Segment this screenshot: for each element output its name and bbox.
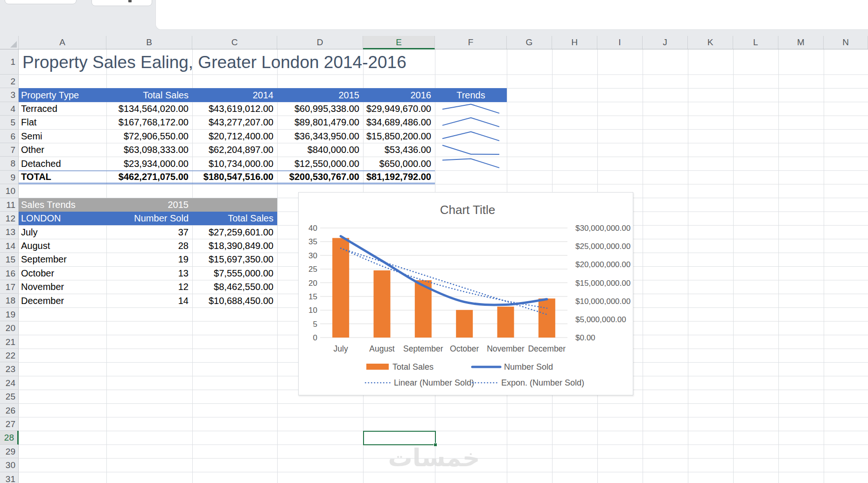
row-header-16[interactable]: 16 — [0, 267, 19, 280]
cell-2016[interactable]: $29,949,670.00 — [363, 102, 435, 116]
row-header-6[interactable]: 6 — [0, 130, 19, 143]
cell-month[interactable]: July — [19, 225, 106, 239]
cell-total-2015[interactable]: $200,530,767.00 — [277, 171, 363, 183]
column-header-N[interactable]: N — [824, 36, 868, 49]
property-header-1[interactable]: Total Sales — [106, 88, 192, 102]
column-header-A[interactable]: A — [19, 36, 106, 49]
cell-2015[interactable]: $12,550,000.00 — [277, 157, 363, 170]
row-header-29[interactable]: 29 — [0, 445, 19, 458]
floating-tab-right[interactable] — [91, 0, 152, 6]
cell-total-total[interactable]: $462,271,075.00 — [106, 171, 192, 183]
cell-number-sold[interactable]: 19 — [106, 253, 192, 266]
sales-header-0[interactable]: LONDON — [19, 212, 106, 225]
row-header-3[interactable]: 3 — [0, 88, 19, 102]
row-header-5[interactable]: 5 — [0, 116, 19, 129]
cell-month[interactable]: November — [19, 280, 106, 294]
cell-2015[interactable]: $840,000.00 — [277, 143, 363, 157]
cell-2014[interactable]: $62,204,897.00 — [192, 143, 277, 157]
row-header-17[interactable]: 17 — [0, 280, 19, 294]
row-header-22[interactable]: 22 — [0, 349, 19, 362]
row-header-25[interactable]: 25 — [0, 390, 19, 403]
cell-2014[interactable]: $43,277,207.00 — [192, 116, 277, 129]
cell-2016[interactable]: $15,850,200.00 — [363, 130, 435, 143]
row-header-14[interactable]: 14 — [0, 239, 19, 253]
trend-sparkline-flat[interactable] — [435, 116, 507, 129]
sales-header-1[interactable]: Number Sold — [106, 212, 192, 225]
trend-sparkline-terraced[interactable] — [435, 102, 507, 116]
row-header-15[interactable]: 15 — [0, 253, 19, 266]
column-header-J[interactable]: J — [643, 36, 688, 49]
column-header-C[interactable]: C — [192, 36, 277, 49]
cell-total-sales[interactable]: $23,934,000.00 — [106, 157, 192, 170]
column-header-I[interactable]: I — [597, 36, 643, 49]
column-header-M[interactable]: M — [778, 36, 824, 49]
row-header-24[interactable]: 24 — [0, 376, 19, 390]
row-header-28[interactable]: 28 — [0, 431, 19, 444]
cell-number-sold[interactable]: 12 — [106, 280, 192, 294]
select-all-corner[interactable] — [0, 36, 19, 49]
cell-month-sales[interactable]: $7,555,000.00 — [192, 267, 277, 280]
row-header-26[interactable]: 26 — [0, 404, 19, 417]
trend-sparkline-detached[interactable] — [435, 157, 507, 170]
column-header-F[interactable]: F — [435, 36, 507, 49]
row-header-18[interactable]: 18 — [0, 294, 19, 307]
row-header-9[interactable]: 9 — [0, 171, 19, 184]
cell-month-sales[interactable]: $15,697,350.00 — [192, 253, 277, 266]
cell-2015[interactable]: $89,801,479.00 — [277, 116, 363, 129]
cell-total-2016[interactable]: $81,192,792.00 — [363, 171, 435, 183]
column-header-D[interactable]: D — [277, 36, 363, 49]
cell-property-type[interactable]: Semi — [19, 130, 106, 143]
chart-object[interactable]: Chart Title4035302520151050$30,000,000.0… — [298, 192, 633, 395]
row-header-13[interactable]: 13 — [0, 225, 19, 239]
selected-cell-E28[interactable] — [363, 431, 436, 445]
cell-month-sales[interactable]: $8,462,550.00 — [192, 280, 277, 294]
property-header-0[interactable]: Property Type — [19, 88, 106, 102]
trend-sparkline-other[interactable] — [435, 143, 507, 157]
row-header-2[interactable]: 2 — [0, 75, 19, 88]
row-header-19[interactable]: 19 — [0, 308, 19, 321]
row-header-20[interactable]: 20 — [0, 321, 19, 335]
cell-number-sold[interactable]: 28 — [106, 239, 192, 253]
cell-total-sales[interactable]: $167,768,172.00 — [106, 116, 192, 129]
cell-number-sold[interactable]: 13 — [106, 267, 192, 280]
cell-month[interactable]: December — [19, 294, 106, 307]
cell-month-sales[interactable]: $18,390,849.00 — [192, 239, 277, 253]
row-header-10[interactable]: 10 — [0, 184, 19, 198]
sales-header-2[interactable]: Total Sales — [192, 212, 277, 225]
cell-2016[interactable]: $650,000.00 — [363, 157, 435, 170]
cell-2014[interactable]: $43,619,012.00 — [192, 102, 277, 116]
row-header-27[interactable]: 27 — [0, 417, 19, 431]
column-header-H[interactable]: H — [552, 36, 597, 49]
row-header-4[interactable]: 4 — [0, 102, 19, 116]
column-header-L[interactable]: L — [733, 36, 778, 49]
cell-2014[interactable]: $20,712,400.00 — [192, 130, 277, 143]
cell-month[interactable]: October — [19, 267, 106, 280]
cell-property-type[interactable]: Flat — [19, 116, 106, 129]
column-header-E[interactable]: E — [363, 36, 435, 49]
cell-sales-trends-title[interactable]: Sales Trends — [19, 198, 106, 212]
cell-2016[interactable]: $34,689,486.00 — [363, 116, 435, 129]
cell-month-sales[interactable]: $10,688,450.00 — [192, 294, 277, 307]
cell-2015[interactable]: $36,343,950.00 — [277, 130, 363, 143]
row-header-7[interactable]: 7 — [0, 143, 19, 157]
property-header-4[interactable]: 2016 — [363, 88, 435, 102]
property-header-2[interactable]: 2014 — [192, 88, 277, 102]
cell-total-sales[interactable]: $72,906,550.00 — [106, 130, 192, 143]
cell-2014[interactable]: $10,734,000.00 — [192, 157, 277, 170]
row-header-31[interactable]: 31 — [0, 472, 19, 483]
property-header-5[interactable]: Trends — [435, 88, 507, 102]
row-header-1[interactable]: 1 — [0, 49, 19, 75]
cell-property-type[interactable]: Detached — [19, 157, 106, 170]
row-header-21[interactable]: 21 — [0, 335, 19, 349]
trend-sparkline-semi[interactable] — [435, 130, 507, 143]
cell-total-label[interactable]: TOTAL — [19, 171, 106, 183]
property-header-3[interactable]: 2015 — [277, 88, 363, 102]
cell-total-sales[interactable]: $134,564,020.00 — [106, 102, 192, 116]
cell-2016[interactable]: $53,436.00 — [363, 143, 435, 157]
cell-month[interactable]: September — [19, 253, 106, 266]
floating-tab-left[interactable] — [5, 0, 77, 4]
cell-property-type[interactable]: Terraced — [19, 102, 106, 116]
column-header-G[interactable]: G — [507, 36, 552, 49]
cell-month-sales[interactable]: $27,259,601.00 — [192, 225, 277, 239]
row-header-30[interactable]: 30 — [0, 458, 19, 472]
